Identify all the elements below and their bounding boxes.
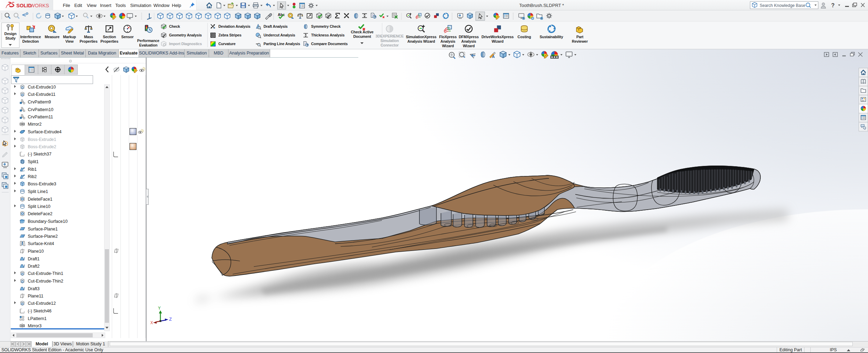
- svg-text:SOLID: SOLID: [16, 3, 32, 8]
- svg-text:?: ?: [831, 2, 835, 8]
- svg-text:Y: Y: [158, 306, 161, 311]
- svg-text:Z: Z: [169, 317, 172, 322]
- svg-text:A: A: [492, 54, 495, 59]
- svg-text:WORKS: WORKS: [30, 3, 49, 8]
- svg-text:X: X: [150, 320, 153, 326]
